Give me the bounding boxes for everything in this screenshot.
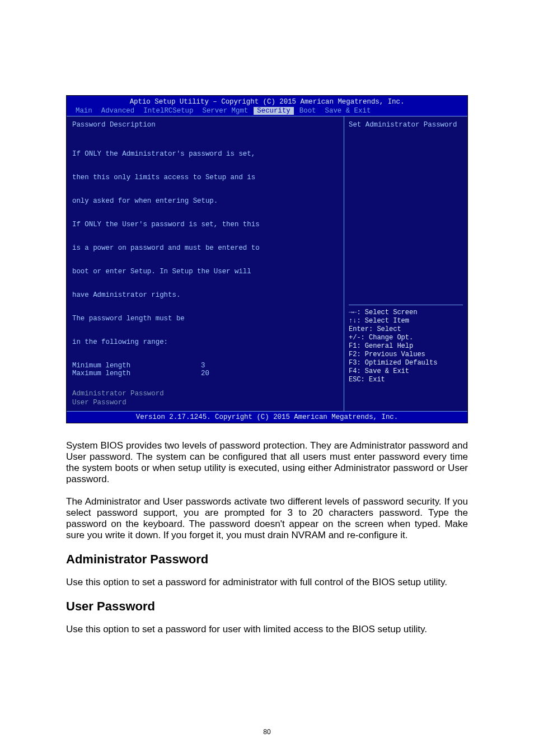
desc-line: then this only limits access to Setup an… [72, 174, 338, 181]
bios-tabs: Main Advanced IntelRCSetup Server Mgmt S… [70, 107, 464, 115]
bios-left-pane: Password Description If ONLY the Adminis… [67, 116, 344, 411]
help-line: →←: Select Screen [349, 309, 463, 317]
bios-header: Aptio Setup Utility – Copyright (C) 2015… [67, 96, 467, 116]
paragraph-user: Use this option to set a password for us… [66, 624, 468, 635]
desc-line: only asked for when entering Setup. [72, 197, 338, 205]
option-admin-password: Administrator Password [72, 390, 338, 398]
desc-line: boot or enter Setup. In Setup the User w… [72, 268, 338, 276]
left-title: Password Description [72, 121, 338, 129]
page-number: 80 [0, 728, 534, 736]
help-line: F1: General Help [349, 342, 463, 351]
min-length-label: Minimum length [72, 362, 201, 370]
left-desc: If ONLY the Administrator's password is … [72, 134, 338, 362]
desc-line: have Administrator rights. [72, 291, 338, 299]
tab-intelrcsetup: IntelRCSetup [140, 107, 196, 115]
help-line: F4: Save & Exit [349, 367, 463, 376]
bios-footer: Version 2.17.1245. Copyright (C) 2015 Am… [67, 411, 467, 423]
bios-body: Password Description If ONLY the Adminis… [67, 116, 467, 411]
row-max: Maximum length 20 [72, 370, 338, 377]
desc-line: The password length must be [72, 315, 338, 323]
bios-title: Aptio Setup Utility – Copyright (C) 2015… [70, 98, 464, 106]
tab-boot: Boot [296, 107, 320, 115]
help-line: ESC: Exit [349, 376, 463, 384]
bios-screenshot: Aptio Setup Utility – Copyright (C) 2015… [66, 95, 468, 423]
help-line: ↑↓: Select Item [349, 317, 463, 325]
min-length-value: 3 [201, 362, 205, 370]
tab-advanced: Advanced [98, 107, 138, 115]
tab-save-exit: Save & Exit [322, 107, 374, 115]
desc-line: is a power on password and must be enter… [72, 244, 338, 252]
max-length-label: Maximum length [72, 370, 201, 377]
doc-body: System BIOS provides two levels of passw… [66, 440, 468, 635]
help-line: +/-: Change Opt. [349, 334, 463, 342]
bios-right-pane: Set Administrator Password →←: Select Sc… [344, 116, 467, 411]
desc-line: If ONLY the Administrator's password is … [72, 150, 338, 158]
right-tip: Set Administrator Password [349, 121, 463, 129]
row-min: Minimum length 3 [72, 362, 338, 370]
desc-line: in the following range: [72, 338, 338, 346]
tab-main: Main [72, 107, 96, 115]
heading-user-password: User Password [66, 599, 468, 614]
paragraph-overview-1: System BIOS provides two levels of passw… [66, 440, 468, 485]
heading-admin-password: Administrator Password [66, 552, 468, 567]
tab-security: Security [254, 107, 294, 115]
max-length-value: 20 [201, 370, 209, 377]
right-help: →←: Select Screen ↑↓: Select Item Enter:… [349, 305, 463, 407]
tab-server-mgmt: Server Mgmt [199, 107, 251, 115]
option-user-password: User Password [72, 399, 338, 407]
help-line: Enter: Select [349, 325, 463, 334]
help-line: F2: Previous Values [349, 351, 463, 359]
desc-line: If ONLY the User's password is set, then… [72, 221, 338, 228]
help-line: F3: Optimized Defaults [349, 359, 463, 367]
paragraph-admin: Use this option to set a password for ad… [66, 577, 468, 588]
paragraph-overview-2: The Administrator and User passwords act… [66, 496, 468, 541]
